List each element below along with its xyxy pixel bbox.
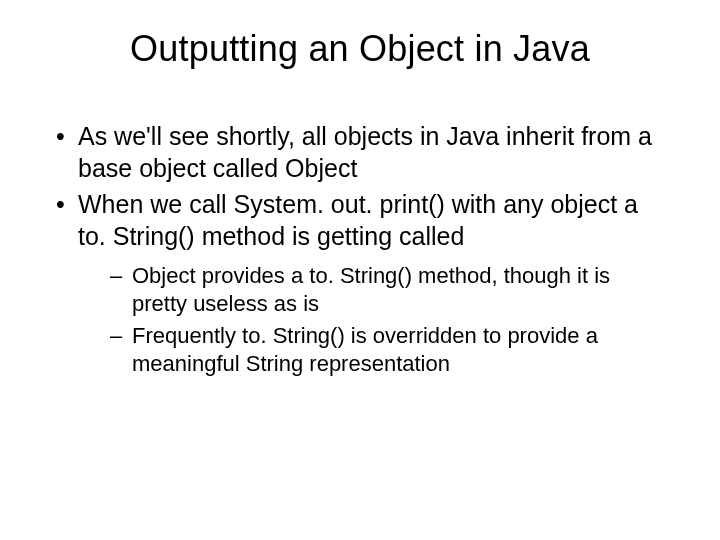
sub-bullet-text: Frequently to. String() is overridden to… xyxy=(132,323,598,376)
main-bullet-list: As we'll see shortly, all objects in Jav… xyxy=(50,120,670,379)
bullet-text: As we'll see shortly, all objects in Jav… xyxy=(78,122,652,182)
sub-bullet-text: Object provides a to. String() method, t… xyxy=(132,263,610,316)
sub-bullet-item: Object provides a to. String() method, t… xyxy=(106,262,670,318)
bullet-text: When we call System. out. print() with a… xyxy=(78,190,638,250)
bullet-item: When we call System. out. print() with a… xyxy=(50,188,670,379)
sub-bullet-list: Object provides a to. String() method, t… xyxy=(78,262,670,379)
slide-title: Outputting an Object in Java xyxy=(50,28,670,70)
bullet-item: As we'll see shortly, all objects in Jav… xyxy=(50,120,670,184)
sub-bullet-item: Frequently to. String() is overridden to… xyxy=(106,322,670,378)
